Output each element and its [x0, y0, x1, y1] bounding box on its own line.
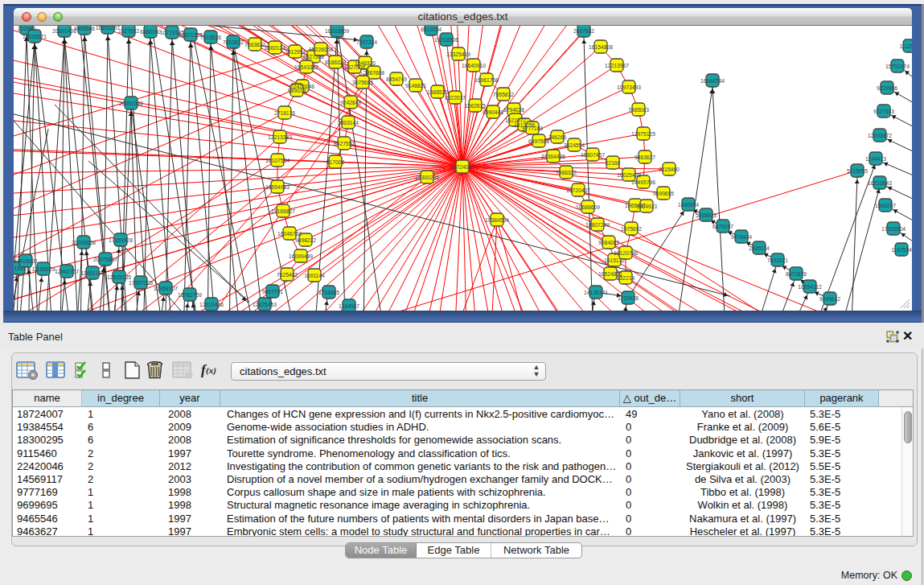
svg-text:1167534: 1167534	[891, 247, 912, 253]
svg-text:8454749: 8454749	[386, 76, 407, 82]
svg-text:1716485: 1716485	[318, 290, 339, 295]
svg-text:9777169: 9777169	[522, 126, 543, 131]
svg-text:16210643: 16210643	[868, 180, 892, 186]
svg-text:18300295: 18300295	[415, 175, 439, 180]
svg-text:1284567: 1284567	[339, 303, 359, 309]
svg-text:7955812: 7955812	[493, 92, 514, 97]
svg-text:3624554: 3624554	[564, 142, 585, 148]
svg-text:14136141: 14136141	[584, 290, 608, 295]
svg-text:7632621: 7632621	[767, 257, 788, 263]
svg-text:1691144: 1691144	[304, 273, 325, 278]
svg-text:2867608: 2867608	[363, 70, 384, 76]
svg-text:10654112: 10654112	[798, 284, 822, 290]
svg-text:7485003: 7485003	[628, 107, 649, 113]
svg-text:10807457: 10807457	[581, 152, 605, 158]
svg-text:12093872: 12093872	[868, 133, 892, 138]
svg-text:10958107: 10958107	[154, 286, 178, 291]
svg-text:19654983: 19654983	[265, 184, 290, 190]
svg-text:15226058: 15226058	[309, 47, 333, 52]
svg-text:7663822: 7663822	[223, 39, 244, 45]
svg-text:16671355: 16671355	[179, 32, 203, 38]
svg-text:16543382: 16543382	[294, 64, 318, 70]
svg-text:1546320: 1546320	[355, 60, 376, 66]
svg-text:10973493: 10973493	[617, 84, 641, 90]
svg-text:10025438: 10025438	[617, 172, 641, 178]
svg-text:17359928: 17359928	[109, 237, 133, 243]
svg-text:8813054: 8813054	[421, 27, 441, 32]
svg-text:1615132: 1615132	[604, 257, 625, 263]
svg-text:9329966: 9329966	[877, 85, 897, 91]
svg-text:12923446: 12923446	[199, 302, 224, 307]
svg-text:62160: 62160	[606, 160, 621, 166]
svg-text:9146821: 9146821	[405, 83, 426, 89]
svg-text:9245612: 9245612	[819, 296, 840, 302]
svg-text:21364436: 21364436	[541, 154, 565, 159]
svg-text:9115460: 9115460	[659, 167, 680, 172]
svg-text:1588520: 1588520	[427, 89, 448, 95]
svg-text:9465546: 9465546	[74, 26, 95, 31]
svg-text:9227343: 9227343	[873, 109, 894, 114]
svg-text:9242848: 9242848	[340, 100, 361, 105]
svg-text:8471676: 8471676	[786, 271, 807, 277]
svg-text:(x): (x)	[206, 365, 216, 376]
svg-text:10653257: 10653257	[96, 26, 120, 31]
svg-text:252214: 252214	[617, 275, 635, 281]
svg-text:14035571: 14035571	[23, 34, 47, 39]
svg-text:16961758: 16961758	[474, 77, 499, 83]
svg-text:1527602: 1527602	[118, 28, 139, 34]
svg-text:15720407: 15720407	[566, 187, 590, 193]
svg-text:1733426: 1733426	[618, 295, 639, 301]
svg-text:8660124: 8660124	[265, 45, 285, 51]
svg-text:5215955: 5215955	[847, 168, 868, 174]
svg-text:8322037: 8322037	[445, 95, 466, 101]
svg-text:9463627: 9463627	[634, 154, 655, 160]
svg-text:11156829: 11156829	[32, 266, 55, 272]
svg-text:1112568: 1112568	[899, 43, 912, 49]
svg-text:20975867: 20975867	[93, 257, 117, 262]
svg-text:16782759: 16782759	[178, 292, 202, 298]
svg-text:12213967: 12213967	[605, 63, 629, 68]
svg-text:7515526: 7515526	[200, 35, 221, 40]
svg-text:18724007: 18724007	[450, 164, 474, 170]
svg-text:1904923: 1904923	[636, 204, 657, 209]
svg-text:1440954: 1440954	[678, 202, 699, 208]
svg-text:746266: 746266	[548, 134, 567, 140]
svg-text:9527508: 9527508	[303, 54, 324, 60]
svg-text:5938923: 5938923	[696, 212, 717, 218]
svg-text:12505135: 12505135	[107, 274, 131, 280]
svg-text:12825463: 12825463	[253, 302, 277, 307]
svg-text:7625402: 7625402	[277, 272, 298, 278]
svg-text:2718176: 2718176	[274, 110, 295, 116]
svg-text:12942757: 12942757	[55, 269, 79, 274]
svg-text:7663822: 7663822	[244, 42, 265, 47]
svg-text:210965: 210965	[18, 26, 36, 31]
svg-text:17415001: 17415001	[14, 258, 38, 264]
svg-text:18640910: 18640910	[462, 63, 486, 68]
svg-text:18807249: 18807249	[585, 222, 610, 228]
svg-text:9657791: 9657791	[262, 289, 283, 295]
svg-text:10120746: 10120746	[614, 250, 638, 256]
svg-text:3915413: 3915413	[14, 266, 29, 271]
svg-text:6794028: 6794028	[503, 107, 524, 113]
svg-text:13325419: 13325419	[446, 51, 470, 57]
svg-text:15751074: 15751074	[885, 64, 910, 69]
svg-text:8427552: 8427552	[334, 141, 355, 146]
svg-text:989013: 989013	[288, 88, 306, 93]
svg-text:20206558: 20206558	[72, 240, 96, 245]
svg-text:16046768: 16046768	[277, 231, 302, 237]
svg-text:1569297: 1569297	[875, 203, 896, 208]
svg-text:17016504: 17016504	[881, 226, 906, 232]
svg-text:1244413: 1244413	[865, 156, 886, 162]
svg-text:20691406: 20691406	[52, 28, 76, 34]
svg-text:9498222: 9498222	[295, 237, 316, 243]
svg-text:917006: 917006	[326, 159, 345, 165]
svg-text:7986322: 7986322	[556, 170, 577, 175]
svg-text:6479197: 6479197	[713, 224, 733, 229]
svg-text:10688609: 10688609	[576, 204, 600, 210]
svg-text:16154808: 16154808	[589, 44, 613, 50]
svg-text:16099489: 16099489	[289, 253, 313, 259]
svg-text:3675685: 3675685	[352, 80, 373, 85]
svg-text:16107554: 16107554	[265, 158, 290, 163]
svg-text:2935114: 2935114	[749, 245, 770, 251]
svg-text:16033809: 16033809	[325, 28, 349, 34]
